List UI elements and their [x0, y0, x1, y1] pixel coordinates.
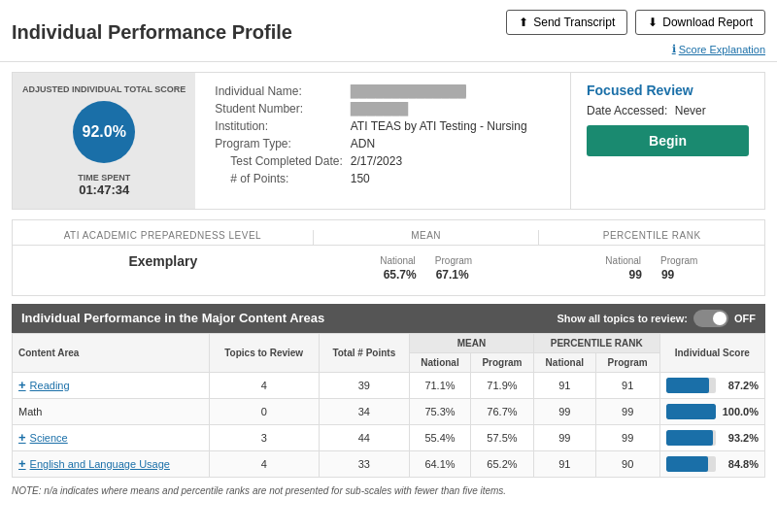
mean-national-value: 64.1% [410, 450, 471, 477]
time-label: TIME SPENT [78, 173, 130, 183]
profile-row-testdate: Test Completed Date: 2/17/2023 [211, 152, 530, 170]
table-row: Math03475.3%76.7%9999 100.0% [13, 398, 765, 424]
score-bar-wrapper: 84.8% [666, 456, 759, 472]
individual-score-cell: 87.2% [659, 372, 764, 398]
profile-row-program: Program Type: ADN [211, 135, 530, 152]
student-number-value: ███████ [351, 102, 409, 116]
content-area-link[interactable]: + Science [18, 430, 203, 445]
th-total-points: Total # Points [319, 333, 409, 372]
mean-program-value: 71.9% [470, 372, 533, 398]
score-bar-fill [666, 456, 709, 472]
score-bar-fill [666, 404, 716, 419]
ati-mean-values: 65.7% 67.1% [314, 268, 539, 282]
mean-program-value: 76.7% [470, 398, 533, 424]
content-area-link[interactable]: + English and Language Usage [18, 456, 203, 471]
individual-score-cell: 100.0% [659, 398, 764, 424]
th-pct-national: National [533, 352, 595, 372]
score-explanation-link[interactable]: ℹ Score Explanation [672, 43, 765, 55]
table-row: + English and Language Usage43364.1%65.2… [13, 450, 765, 477]
score-bar-bg [666, 404, 716, 419]
info-icon: ℹ [672, 43, 676, 55]
content-table: Content Area Topics to Review Total # Po… [12, 333, 765, 478]
score-bar-wrapper: 87.2% [666, 378, 759, 393]
total-points-value: 39 [319, 372, 409, 398]
th-content-area: Content Area [13, 333, 210, 372]
time-value: 01:47:34 [79, 183, 129, 197]
page-header: Individual Performance Profile ⬆ Send Tr… [0, 0, 777, 62]
upload-icon: ⬆ [519, 16, 528, 29]
score-bar-wrapper: 100.0% [666, 404, 759, 419]
score-bar-bg [666, 378, 716, 393]
ati-col1-header: ATI ACADEMIC PREPAREDNESS LEVEL [13, 230, 314, 245]
pct-program-value: 99 [595, 398, 659, 424]
pct-national-value: 99 [533, 424, 595, 450]
ati-mean-col: National Program 65.7% 67.1% [314, 253, 539, 282]
pct-national-value: 91 [533, 450, 595, 477]
table-row: + Reading43971.1%71.9%9191 87.2% [13, 372, 765, 398]
mean-national-value: 71.1% [410, 372, 471, 398]
plus-icon: + [18, 430, 26, 445]
ati-level-header: ATI ACADEMIC PREPAREDNESS LEVEL MEAN PER… [13, 230, 764, 246]
mean-program-value: 65.2% [470, 450, 533, 477]
table-row: + Science34455.4%57.5%9999 93.2% [13, 424, 765, 450]
mean-national-value: 55.4% [410, 424, 471, 450]
pct-program-value: 99 [595, 424, 659, 450]
total-points-value: 34 [319, 398, 409, 424]
content-area-link[interactable]: + Reading [18, 378, 203, 392]
profile-row-student: Student Number: ███████ [211, 100, 530, 117]
individual-name-value: ██████████████ [351, 84, 466, 98]
mean-national-value: 75.3% [410, 398, 471, 424]
pct-program-value: 90 [595, 450, 659, 477]
th-mean-national: National [410, 352, 471, 372]
send-transcript-button[interactable]: ⬆ Send Transcript [506, 10, 627, 35]
th-pct-program: Program [595, 352, 659, 372]
score-bar-bg [666, 430, 716, 446]
pct-national-value: 99 [533, 398, 595, 424]
score-circle: 92.0% [73, 101, 135, 163]
profile-row-name: Individual Name: ██████████████ [211, 83, 530, 100]
score-bar-label: 93.2% [722, 432, 759, 444]
download-report-button[interactable]: ⬇ Download Report [635, 10, 765, 35]
header-actions: ⬆ Send Transcript ⬇ Download Report ℹ Sc… [506, 10, 765, 55]
th-topics: Topics to Review [209, 333, 319, 372]
focused-review-date-row: Date Accessed: Never [587, 104, 749, 117]
score-label-top: ADJUSTED INDIVIDUAL TOTAL SCORE [22, 84, 186, 95]
th-percentile-group: PERCENTILE RANK [533, 333, 659, 352]
ati-level-value: Exemplary [13, 253, 314, 282]
score-bar-wrapper: 93.2% [666, 430, 759, 446]
score-bar-fill [666, 378, 710, 393]
content-table-section: Individual Performance in the Major Cont… [12, 304, 765, 478]
focused-review-title: Focused Review [587, 83, 749, 98]
ati-level-section: ATI ACADEMIC PREPAREDNESS LEVEL MEAN PER… [12, 219, 765, 296]
plus-icon: + [18, 456, 26, 471]
score-bar-fill [666, 430, 713, 446]
toggle-knob [713, 312, 726, 325]
toggle-state-label: OFF [734, 313, 756, 324]
toggle-switch[interactable] [693, 310, 728, 327]
individual-score-cell: 93.2% [659, 424, 764, 450]
th-mean-program: Program [470, 352, 533, 372]
ati-rank-col: National Program 99 99 [539, 253, 764, 282]
topics-value: 0 [209, 398, 319, 424]
page-title: Individual Performance Profile [12, 21, 292, 44]
th-individual-score: Individual Score [659, 333, 764, 372]
mean-program-value: 57.5% [470, 424, 533, 450]
profile-row-points: # of Points: 150 [211, 170, 530, 187]
table-header-row-1: Content Area Topics to Review Total # Po… [13, 333, 765, 352]
topics-value: 4 [209, 372, 319, 398]
pct-program-value: 91 [595, 372, 659, 398]
total-points-value: 44 [319, 424, 409, 450]
table-note: NOTE: n/a indicates where means and perc… [12, 485, 765, 496]
score-bar-label: 100.0% [722, 406, 759, 417]
plus-icon: + [18, 378, 26, 392]
topics-value: 4 [209, 450, 319, 477]
profile-table: Individual Name: ██████████████ Student … [211, 83, 530, 187]
download-icon: ⬇ [648, 16, 658, 29]
header-btn-row: ⬆ Send Transcript ⬇ Download Report [506, 10, 765, 35]
th-mean-group: MEAN [410, 333, 534, 352]
ati-col2-header: MEAN [314, 230, 540, 245]
topics-value: 3 [209, 424, 319, 450]
profile-row-institution: Institution: ATI TEAS by ATI Testing - N… [211, 117, 530, 135]
begin-button[interactable]: Begin [587, 125, 749, 156]
ati-col3-header: PERCENTILE RANK [539, 230, 764, 245]
